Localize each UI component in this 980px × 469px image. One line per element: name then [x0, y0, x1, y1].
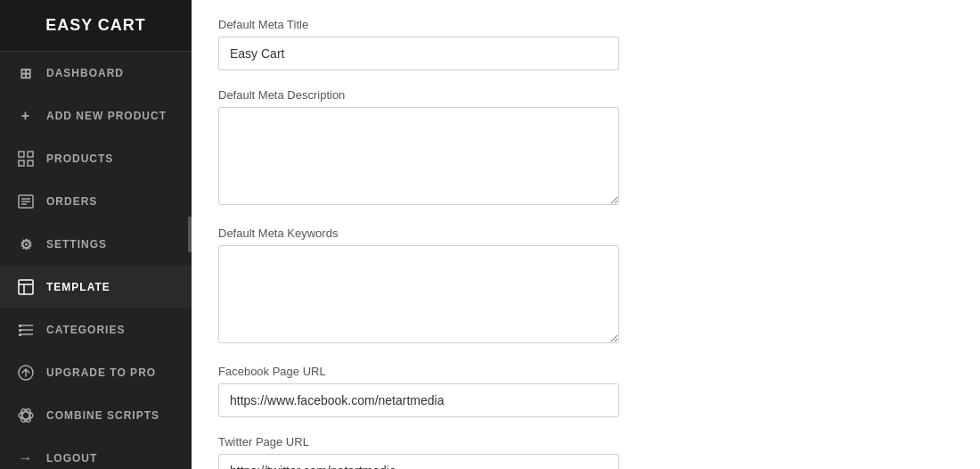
- facebook-url-input[interactable]: [218, 383, 619, 417]
- sidebar-item-categories[interactable]: CATEGORIES: [0, 309, 192, 351]
- meta-description-group: Default Meta Description: [218, 88, 953, 209]
- sidebar-item-label: SETTINGS: [46, 238, 107, 251]
- twitter-url-group: Twitter Page URL: [218, 435, 953, 469]
- svg-rect-3: [28, 160, 33, 166]
- combine-scripts-icon: [16, 406, 36, 425]
- sidebar-item-label: ORDERS: [46, 195, 97, 208]
- main-content: Default Meta Title Default Meta Descript…: [192, 0, 980, 469]
- sidebar-item-label: PRODUCTS: [46, 152, 113, 165]
- sidebar: EASY CART ⊞ DASHBOARD + ADD NEW PRODUCT …: [0, 0, 192, 469]
- sidebar-item-combine-scripts[interactable]: COMBINE SCRIPTS: [0, 394, 192, 437]
- sidebar-item-label: DASHBOARD: [46, 67, 124, 79]
- sidebar-item-dashboard[interactable]: ⊞ DASHBOARD: [0, 52, 192, 95]
- meta-description-label: Default Meta Description: [218, 88, 953, 102]
- sidebar-item-label: ADD NEW PRODUCT: [46, 110, 167, 122]
- meta-keywords-input[interactable]: [218, 245, 619, 343]
- twitter-url-input[interactable]: [218, 454, 619, 469]
- meta-title-group: Default Meta Title: [218, 18, 953, 70]
- sidebar-item-label: UPGRADE TO PRO: [46, 366, 156, 379]
- sidebar-logo: EASY CART: [0, 0, 192, 52]
- sidebar-item-settings[interactable]: ⚙ SETTINGS: [0, 223, 192, 266]
- products-icon: [16, 149, 36, 169]
- collapse-button[interactable]: ◀: [188, 217, 192, 252]
- sidebar-item-products[interactable]: PRODUCTS: [0, 137, 192, 180]
- settings-icon: ⚙: [16, 234, 36, 254]
- sidebar-item-orders[interactable]: ORDERS: [0, 180, 192, 223]
- svg-rect-1: [28, 152, 33, 157]
- svg-rect-16: [19, 333, 21, 336]
- categories-icon: [16, 320, 36, 340]
- meta-keywords-label: Default Meta Keywords: [218, 226, 953, 240]
- upgrade-icon: [16, 363, 36, 383]
- sidebar-item-upgrade-to-pro[interactable]: UPGRADE TO PRO: [0, 351, 192, 394]
- template-icon: [16, 277, 36, 297]
- svg-rect-15: [19, 329, 21, 332]
- sidebar-item-template[interactable]: TEMPLATE: [0, 266, 192, 309]
- sidebar-item-label: CATEGORIES: [46, 324, 125, 336]
- meta-keywords-group: Default Meta Keywords: [218, 226, 953, 347]
- sidebar-item-logout[interactable]: → LOGOUT: [0, 437, 192, 469]
- svg-rect-14: [19, 325, 21, 327]
- svg-rect-8: [19, 280, 33, 294]
- svg-rect-0: [19, 152, 24, 157]
- logout-icon: →: [16, 448, 36, 468]
- sidebar-item-label: LOGOUT: [46, 452, 97, 465]
- svg-rect-2: [19, 160, 24, 166]
- facebook-url-group: Facebook Page URL: [218, 365, 953, 417]
- facebook-url-label: Facebook Page URL: [218, 365, 953, 378]
- meta-title-input[interactable]: [218, 37, 619, 70]
- sidebar-nav: ⊞ DASHBOARD + ADD NEW PRODUCT PRODUCTS: [0, 52, 192, 469]
- twitter-url-label: Twitter Page URL: [218, 435, 953, 448]
- add-icon: +: [16, 106, 36, 126]
- orders-icon: [16, 192, 36, 211]
- sidebar-item-add-new-product[interactable]: + ADD NEW PRODUCT: [0, 95, 192, 137]
- dashboard-icon: ⊞: [16, 63, 36, 83]
- meta-description-input[interactable]: [218, 107, 619, 205]
- sidebar-item-label: TEMPLATE: [46, 281, 110, 293]
- meta-title-label: Default Meta Title: [218, 18, 953, 31]
- sidebar-item-label: COMBINE SCRIPTS: [46, 409, 159, 422]
